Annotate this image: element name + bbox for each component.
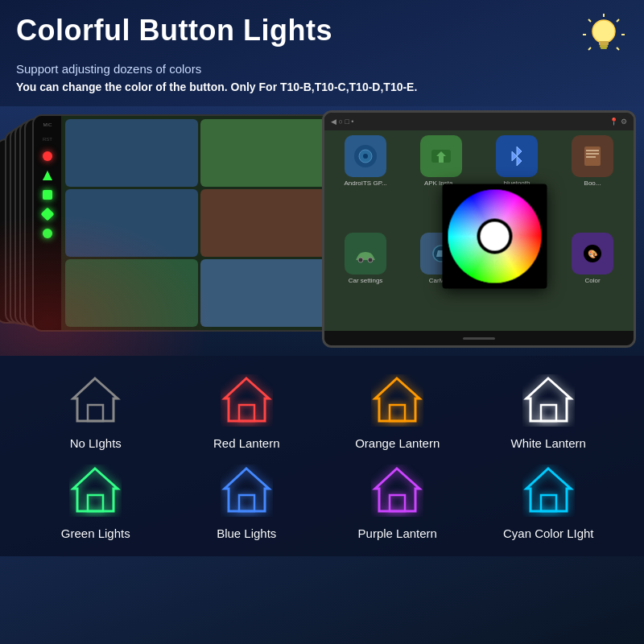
header-section: Colorful Button Lights Support adjusting… [0,0,644,100]
device-app-grid: AndroITS GP... APK Insta... bluetooth Bo… [324,130,634,331]
stacked-devices: MICMICRST MIC RST [0,114,330,348]
label-cyan: Cyan Color LIght [503,526,594,540]
house-icon-green [68,462,124,518]
light-item-cyan: Cyan Color LIght [477,462,621,540]
app-icon-color: 🎨 Color [556,233,629,327]
label-blue: Blue Lights [217,526,276,540]
svg-marker-27 [73,378,118,421]
house-icon-white [520,372,576,428]
svg-point-21 [368,258,373,262]
light-options-grid: No LIghts Red Lantern Orange Lantern [24,372,620,540]
svg-marker-41 [526,469,571,511]
note-text: You can change the color of the button. … [16,80,628,93]
house-icon-orange [369,372,426,428]
svg-text:🎨: 🎨 [588,249,598,259]
app-icon-book: Boo... [556,135,629,229]
svg-marker-33 [526,378,571,421]
device-screen-front: MIC RST [32,114,338,332]
svg-rect-18 [586,153,599,155]
house-icon-purple [369,462,426,518]
light-item-orange: Orange Lantern [326,372,469,450]
svg-rect-17 [586,150,599,151]
svg-rect-36 [88,495,103,511]
svg-rect-15 [439,156,444,163]
page-title: Colorful Button Lights [16,14,332,47]
subtitle-text: Support adjusting dozens of colors [16,62,628,76]
main-device: ◀ ○ □ • 📍 ⚙ AndroITS GP... APK Insta... [322,110,636,348]
house-icon-blue [218,462,275,518]
svg-rect-40 [390,495,405,511]
light-item-white: White Lantern [477,372,621,450]
svg-rect-10 [601,47,607,49]
svg-line-4 [588,19,591,22]
light-item-green: Green Lights [24,462,167,540]
app-label-androids: AndroITS GP... [344,180,386,187]
device-section: MICMICRST MIC RST [0,106,644,356]
svg-line-3 [617,47,619,50]
app-label-book: Boo... [584,180,601,187]
svg-rect-30 [239,405,254,421]
light-item-no-lights: No LIghts [24,372,167,450]
svg-marker-35 [73,469,118,511]
svg-rect-9 [600,45,608,47]
light-item-red: Red Lantern [175,372,319,450]
color-wheel [443,184,547,288]
svg-marker-37 [225,469,269,511]
label-green: Green Lights [61,526,130,540]
svg-rect-28 [88,405,103,421]
svg-marker-31 [375,378,419,421]
device-top-bar: ◀ ○ □ • 📍 ⚙ [324,113,634,130]
svg-point-13 [363,154,368,159]
label-orange: Orange Lantern [355,436,440,450]
bottom-section: No LIghts Red Lantern Orange Lantern [0,356,644,556]
svg-rect-32 [390,405,405,421]
svg-rect-38 [239,495,254,511]
svg-point-20 [358,258,363,262]
svg-rect-34 [541,405,556,421]
app-label-color: Color [584,277,600,284]
label-purple: Purple Lantern [358,526,437,540]
app-icon-carsettings: Car settings [329,233,402,327]
label-no-lights: No LIghts [70,436,122,450]
house-icon-red [218,372,275,428]
light-item-purple: Purple Lantern [326,462,469,540]
house-icon-cyan [520,462,576,518]
bulb-icon [580,10,628,59]
label-red: Red Lantern [213,436,280,450]
svg-point-7 [592,20,615,43]
house-icon-no-lights [68,372,124,428]
svg-rect-42 [541,495,556,511]
app-icon-androids: AndroITS GP... [329,135,402,229]
svg-marker-29 [225,378,269,421]
svg-line-6 [588,47,591,50]
svg-rect-19 [586,156,596,158]
svg-line-1 [617,19,619,22]
label-white: White Lantern [511,436,586,450]
light-item-blue: Blue Lights [175,462,319,540]
svg-marker-39 [375,469,419,511]
svg-rect-8 [599,41,609,45]
app-label-carsettings: Car settings [349,277,383,284]
